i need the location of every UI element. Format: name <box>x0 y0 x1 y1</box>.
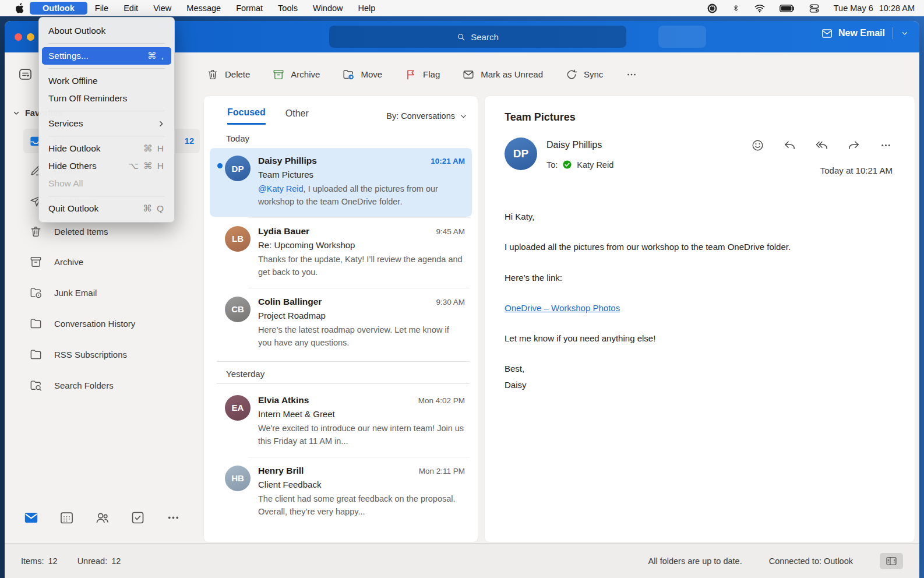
avatar: HB <box>225 466 251 491</box>
close-button[interactable] <box>15 33 22 41</box>
minimize-button[interactable] <box>27 33 34 41</box>
calendar-module-icon[interactable] <box>59 510 75 526</box>
sort-by-dropdown[interactable]: By: Conversations <box>386 111 467 121</box>
tasks-module-icon[interactable] <box>130 510 146 526</box>
tab-focused[interactable]: Focused <box>227 107 266 125</box>
sender-name[interactable]: Daisy Phillips <box>546 140 602 150</box>
sidebar-toggle-icon[interactable] <box>17 66 33 82</box>
flag-icon <box>404 68 417 81</box>
menu-item-hide-outlook[interactable]: Hide Outlook ⌘ H <box>42 140 171 157</box>
body-greeting: Hi Katy, <box>505 210 895 223</box>
archive-button[interactable]: Archive <box>272 68 320 81</box>
menu-item-settings[interactable]: Settings... ⌘ , <box>42 47 171 65</box>
onedrive-link[interactable]: OneDrive – Workshop Photos <box>505 303 620 313</box>
mail-module-icon[interactable] <box>23 510 39 526</box>
menubar-clock[interactable]: Tue May 6 10:28 AM <box>834 3 915 13</box>
menu-item-quit-outlook[interactable]: Quit Outlook ⌘ Q <box>42 200 171 217</box>
menubar-item-view[interactable]: View <box>146 2 179 15</box>
sidebar-item-deleted-items[interactable]: Deleted Items <box>23 219 200 244</box>
new-email-button[interactable]: New Email <box>821 28 885 39</box>
reading-pane: Team Pictures DP Daisy Phillips To: <box>485 96 915 542</box>
delete-button[interactable]: Delete <box>206 68 250 81</box>
more-icon <box>625 68 638 81</box>
search-placeholder: Search <box>471 32 499 42</box>
connection-status-text: Connected to: Outlook <box>769 556 853 566</box>
menubar-item-format[interactable]: Format <box>228 2 270 15</box>
forward-icon[interactable] <box>847 139 860 152</box>
inbox-unread-badge: 12 <box>185 136 194 146</box>
mark-as-unread-label: Mark as Unread <box>481 69 543 79</box>
to-label: To: <box>546 160 558 170</box>
body-paragraph: Let me know if you need anything else! <box>505 332 895 345</box>
email-row-elvia-atkins[interactable]: EA Elvia Atkins Mon 4:02 PM Intern Meet … <box>210 387 472 456</box>
menubar-item-help[interactable]: Help <box>351 2 383 15</box>
search-input[interactable]: Search <box>329 26 626 48</box>
mark-as-unread-button[interactable]: Mark as Unread <box>462 68 543 81</box>
sidebar-item-search-folders[interactable]: Search Folders <box>23 373 200 397</box>
outlook-app-menu: About Outlook Settings... ⌘ , Work Offli… <box>38 17 175 223</box>
chevron-down-icon <box>13 110 20 117</box>
menubar-item-tools[interactable]: Tools <box>270 2 305 15</box>
move-button[interactable]: Move <box>342 68 382 81</box>
email-row-henry-brill[interactable]: HB Henry Brill Mon 2:11 PM Client Feedba… <box>210 458 472 527</box>
archive-label: Archive <box>291 69 320 79</box>
menu-separator <box>48 68 165 69</box>
menu-item-turn-off-reminders[interactable]: Turn Off Reminders <box>42 90 171 107</box>
sidebar-item-archive[interactable]: Archive <box>23 249 200 274</box>
email-row-lydia-bauer[interactable]: LB Lydia Bauer 9:45 AM Re: Upcoming Work… <box>210 218 472 287</box>
email-subject: Re: Upcoming Workshop <box>258 240 465 250</box>
menu-separator <box>48 136 165 136</box>
reading-pane-layout-button[interactable] <box>880 553 903 569</box>
flag-button[interactable]: Flag <box>404 68 440 81</box>
email-preview: We're excited to introduce our new inter… <box>258 422 465 448</box>
menu-shortcut: ⌥ ⌘ H <box>128 161 165 171</box>
menubar-item-message[interactable]: Message <box>179 2 228 15</box>
new-email-dropdown-chevron-icon[interactable] <box>901 29 909 37</box>
menu-item-hide-others[interactable]: Hide Others ⌥ ⌘ H <box>42 157 171 175</box>
message-list-pane: Focused Other By: Conversations Today <box>204 96 478 542</box>
email-row-colin-ballinger[interactable]: CB Colin Ballinger 9:30 AM Project Roadm… <box>210 289 472 358</box>
menubar-item-window[interactable]: Window <box>305 2 351 15</box>
reply-icon[interactable] <box>783 139 796 152</box>
tab-other[interactable]: Other <box>285 108 309 124</box>
sidebar-item-rss-subscriptions[interactable]: RSS Subscriptions <box>23 342 200 366</box>
sync-label: Sync <box>584 69 603 79</box>
reactions-smiley-icon[interactable] <box>751 139 764 152</box>
section-header-today: Today <box>204 126 478 148</box>
clock-time: 10:28 AM <box>879 3 915 13</box>
body-signoff: Best, <box>505 362 895 375</box>
module-switcher <box>23 510 181 526</box>
menubar-item-file[interactable]: File <box>87 2 116 15</box>
bluetooth-icon[interactable] <box>732 3 740 13</box>
trash-icon <box>29 225 43 238</box>
toolbar-overflow-button[interactable] <box>625 68 638 81</box>
reply-all-icon[interactable] <box>815 139 828 152</box>
menu-item-work-offline[interactable]: Work Offline <box>42 72 171 90</box>
items-count: 12 <box>48 556 57 566</box>
apple-menu[interactable] <box>9 3 30 13</box>
email-preview: Thanks for the update, Katy! I’ll review… <box>258 253 465 279</box>
sender-name: Elvia Atkins <box>258 395 309 406</box>
message-more-icon[interactable] <box>879 139 893 152</box>
sender-name: Henry Brill <box>258 466 304 476</box>
sidebar-item-conversation-history[interactable]: Conversation History <box>23 311 200 336</box>
people-module-icon[interactable] <box>94 510 110 526</box>
more-modules-icon[interactable] <box>165 510 181 526</box>
menubar-item-outlook[interactable]: Outlook <box>30 2 87 15</box>
sync-button[interactable]: Sync <box>565 68 603 81</box>
email-row-daisy-phillips[interactable]: DP Daisy Phillips 10:21 AM Team Pictures… <box>210 148 472 217</box>
menubar-item-edit[interactable]: Edit <box>116 2 146 15</box>
recipient-name[interactable]: Katy Reid <box>577 160 613 170</box>
section-divider <box>217 383 470 384</box>
wifi-icon[interactable] <box>754 3 766 13</box>
control-center-icon[interactable] <box>809 3 820 14</box>
presence-available-icon <box>562 160 572 170</box>
menu-item-services[interactable]: Services <box>42 115 171 132</box>
mention-link[interactable]: @Katy Reid <box>258 184 304 193</box>
battery-icon[interactable] <box>780 5 795 12</box>
privacy-indicator-icon[interactable] <box>707 3 718 14</box>
search-icon <box>457 33 465 41</box>
sidebar-item-junk-email[interactable]: Junk Email <box>23 280 200 305</box>
sender-name: Lydia Bauer <box>258 226 309 237</box>
menu-item-about-outlook[interactable]: About Outlook <box>42 22 171 40</box>
